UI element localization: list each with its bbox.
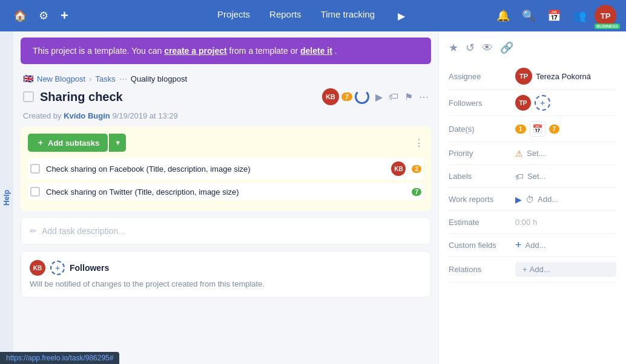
assignee-avatar[interactable]: TP [515, 68, 532, 85]
labels-icon: 🏷 [515, 172, 524, 181]
breadcrumb-current: Quality blogpost [131, 74, 187, 83]
subtasks-toolbar: ＋ Add subtasks ▼ ⋮ [28, 134, 424, 152]
task-spinner [355, 89, 369, 104]
followers-section: KB + Followers Will be notified of chang… [21, 251, 431, 297]
main-layout: Help This project is a template. You can… [0, 31, 626, 364]
subtasks-area: ＋ Add subtasks ▼ ⋮ Check sharing on Face… [21, 126, 431, 211]
priority-row: Priority ⚠ Set... [449, 142, 616, 165]
created-by-name[interactable]: Kvído Bugín [64, 111, 110, 120]
nav-links: Projects Reports Time tracking ▶ [217, 7, 409, 25]
help-label: Help [2, 190, 11, 206]
custom-fields-add-button[interactable]: + [515, 239, 522, 252]
task-header: Sharing check KB 7 ▶ 🏷 ⚑ ⋯ [13, 86, 438, 110]
subtask-2-title: Check sharing on Twitter (Title, descrip… [46, 187, 406, 197]
status-bar: https://app.freelo.io/task/986295# [0, 352, 119, 364]
relations-label: Relations [449, 265, 515, 274]
delete-it-link[interactable]: delete it [300, 46, 332, 56]
flag-action-icon[interactable]: ⚑ [404, 91, 413, 103]
breadcrumb-tasks[interactable]: Tasks [96, 74, 116, 83]
assignee-row: Assignee TP Tereza Pokorná [449, 63, 616, 90]
more-action-icon[interactable]: ⋯ [419, 91, 429, 103]
labels-row: Labels 🏷 Set... [449, 165, 616, 188]
add-subtasks-button[interactable]: ＋ Add subtasks [28, 134, 108, 152]
notifications-button[interactable]: 🔔 [493, 5, 513, 26]
flag-icon: 🇬🇧 [23, 74, 33, 83]
dates-value: 1 📅 7 [515, 121, 616, 137]
eye-icon[interactable]: 👁 [482, 42, 493, 54]
right-sidebar: ★ ↺ 👁 🔗 Assignee TP Tereza Pokorná Follo… [438, 31, 626, 364]
add-button[interactable]: + [57, 4, 72, 27]
subtask-2-checkbox[interactable] [30, 187, 40, 197]
star-icon[interactable]: ★ [449, 41, 458, 54]
settings-button[interactable]: ⚙ [35, 5, 52, 26]
custom-fields-add-link[interactable]: Add... [526, 241, 546, 250]
estimate-row: Estimate 0:00 h [449, 211, 616, 234]
task-avatar-group: KB 7 [322, 88, 369, 105]
home-button[interactable]: 🏠 [10, 5, 30, 26]
add-subtasks-dropdown[interactable]: ▼ [109, 134, 126, 152]
pencil-icon: ✏ [30, 226, 37, 236]
task-title: Sharing check [40, 90, 316, 104]
assignee-label: Assignee [449, 72, 515, 81]
nav-projects[interactable]: Projects [217, 7, 250, 25]
calendar-button[interactable]: 📅 [544, 5, 564, 26]
assignee-value: TP Tereza Pokorná [515, 68, 616, 85]
create-project-link[interactable]: create a project [164, 46, 227, 56]
subtask-1-avatar: KB [391, 161, 406, 176]
work-reports-value: ▶ ⏱ Add... [515, 195, 616, 204]
estimate-value: 0:00 h [515, 218, 616, 227]
sidebar-follower-add-button[interactable]: + [535, 95, 550, 111]
priority-icon: ⚠ [515, 149, 523, 158]
relations-add-button[interactable]: + Add... [515, 262, 616, 277]
subtask-row: Check sharing on Twitter (Title, descrip… [28, 183, 424, 200]
search-button[interactable]: 🔍 [518, 5, 539, 26]
subtask-1-checkbox[interactable] [30, 164, 40, 174]
nav-timetracking[interactable]: Time tracking [321, 7, 375, 25]
followers-label: Followers [449, 99, 515, 108]
work-reports-row: Work reports ▶ ⏱ Add... [449, 188, 616, 211]
template-banner: This project is a template. You can crea… [21, 37, 431, 64]
work-reports-add-link[interactable]: Add... [538, 195, 558, 204]
refresh-icon[interactable]: ↺ [466, 41, 475, 54]
link-icon[interactable]: 🔗 [500, 41, 513, 54]
help-panel[interactable]: Help [0, 31, 13, 364]
work-reports-play-icon[interactable]: ▶ [515, 195, 522, 204]
estimate-val: 0:00 h [515, 218, 537, 227]
assignee-name: Tereza Pokorná [536, 72, 591, 81]
date-badge-1: 1 [515, 125, 526, 134]
sidebar-followers-row: Followers TP + [449, 90, 616, 116]
priority-set-link[interactable]: Set... [527, 149, 545, 158]
subtasks-more-icon[interactable]: ⋮ [414, 137, 424, 149]
task-complete-checkbox[interactable] [23, 91, 34, 102]
followers-description: Will be notified of changes to the proje… [30, 279, 422, 288]
breadcrumb-project[interactable]: New Blogpost [37, 74, 85, 83]
sidebar-icons-row: ★ ↺ 👁 🔗 [449, 37, 616, 63]
date-calendar-icon[interactable]: 📅 [530, 121, 545, 137]
sidebar-follower-avatar[interactable]: TP [515, 95, 531, 111]
content-area: This project is a template. You can crea… [13, 31, 438, 364]
work-reports-label: Work reports [449, 195, 515, 204]
date-badge-7: 7 [549, 125, 560, 134]
description-area[interactable]: ✏ Add task description... [21, 217, 431, 245]
nav-reports[interactable]: Reports [269, 7, 301, 25]
description-placeholder[interactable]: ✏ Add task description... [30, 226, 422, 236]
user-avatar[interactable]: TP BUSINESS [595, 5, 616, 27]
followers-add-button[interactable]: + [50, 261, 65, 275]
estimate-label: Estimate [449, 218, 515, 227]
labels-set-link[interactable]: Set... [527, 172, 545, 181]
labels-value: 🏷 Set... [515, 172, 616, 181]
subtask-2-badge: 7 [412, 188, 421, 196]
play-action-icon[interactable]: ▶ [375, 91, 383, 103]
nav-play-icon[interactable]: ▶ [394, 7, 409, 25]
tag-action-icon[interactable]: 🏷 [389, 91, 398, 102]
followers-header: KB + Followers [30, 260, 422, 276]
nav-right: 🔔 🔍 📅 👥 TP BUSINESS [493, 5, 616, 27]
team-button[interactable]: 👥 [569, 5, 590, 26]
labels-label: Labels [449, 172, 515, 181]
business-badge: BUSINESS [595, 24, 620, 29]
subtask-1-badge: 2 [412, 165, 421, 173]
custom-fields-label: Custom fields [449, 241, 515, 250]
work-reports-clock-icon: ⏱ [526, 195, 534, 204]
subtask-row: Check sharing on Facebook (Title, descri… [28, 158, 424, 180]
priority-label: Priority [449, 149, 515, 158]
